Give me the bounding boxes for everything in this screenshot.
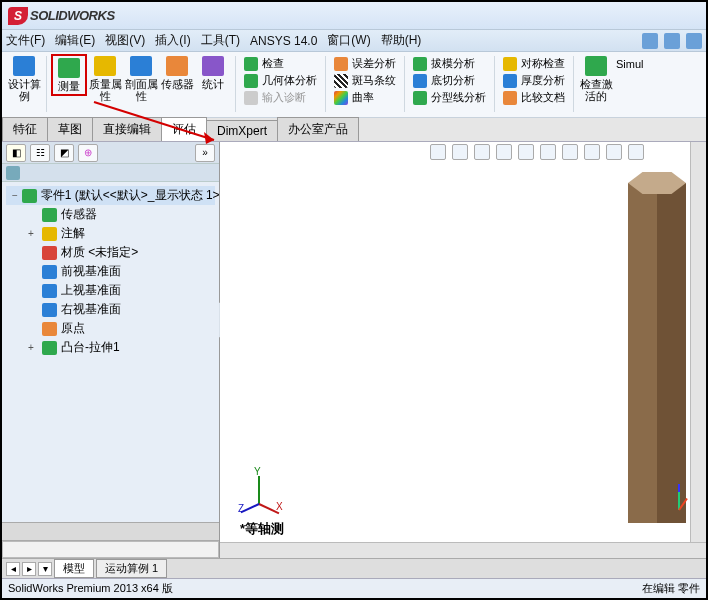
bottom-list-icon[interactable]: ▾ <box>38 562 52 576</box>
ptab-property-manager[interactable]: ☷ <box>30 144 50 162</box>
thickness-icon <box>503 74 517 88</box>
cmd-curvature[interactable]: 曲率 <box>334 90 396 105</box>
previous-view-icon[interactable] <box>474 144 490 160</box>
zoom-area-icon[interactable] <box>452 144 468 160</box>
deviation-icon <box>334 57 348 71</box>
ptab-configuration-manager[interactable]: ◩ <box>54 144 74 162</box>
ptab-dimxpert-manager[interactable]: ⊕ <box>78 144 98 162</box>
tree-item-top-plane[interactable]: 上视基准面 <box>6 281 215 300</box>
dimxpert-icon: ⊕ <box>84 147 92 158</box>
cmd-statistics[interactable]: 统计 <box>195 54 231 92</box>
display-style-icon[interactable] <box>540 144 556 160</box>
rtab-sketch[interactable]: 草图 <box>47 117 93 141</box>
view-settings-icon[interactable] <box>628 144 644 160</box>
plane-icon <box>42 303 57 317</box>
qat-icon[interactable] <box>664 33 680 49</box>
view-orientation-icon[interactable] <box>518 144 534 160</box>
zoom-to-fit-icon[interactable] <box>430 144 446 160</box>
title-bar: S SOLIDWORKS <box>2 2 706 30</box>
viewport-vscrollbar[interactable] <box>690 142 706 542</box>
bottom-tab-motion-study[interactable]: 运动算例 1 <box>96 559 167 578</box>
tree-item-boss-extrude1[interactable]: +凸台-拉伸1 <box>6 338 215 357</box>
model-hex-prism[interactable] <box>628 172 686 522</box>
plane-icon <box>42 284 57 298</box>
extrude-icon <box>42 341 57 355</box>
draft-icon <box>413 57 427 71</box>
cmd-deviation-analysis[interactable]: 误差分析 <box>334 56 396 71</box>
viewport-hscrollbar[interactable] <box>220 542 706 558</box>
tree-item-material[interactable]: 材质 <未指定> <box>6 243 215 262</box>
rtab-office-products[interactable]: 办公室产品 <box>277 117 359 141</box>
geometry-icon <box>244 74 258 88</box>
menu-help[interactable]: 帮助(H) <box>381 32 422 49</box>
cmd-sensor[interactable]: 传感器 <box>159 54 195 92</box>
menu-insert[interactable]: 插入(I) <box>155 32 190 49</box>
menu-bar[interactable]: 文件(F) 编辑(E) 视图(V) 插入(I) 工具(T) ANSYS 14.0… <box>2 30 706 52</box>
parting-icon <box>413 91 427 105</box>
section-prop-icon <box>130 56 152 76</box>
cmd-measure[interactable]: 测量 <box>51 54 87 96</box>
panel-tabs[interactable]: ◧ ☷ ◩ ⊕ » <box>2 142 219 164</box>
menu-edit[interactable]: 编辑(E) <box>55 32 95 49</box>
cmd-thickness-analysis[interactable]: 厚度分析 <box>503 73 565 88</box>
cmd-design-study[interactable]: 设计算 例 <box>6 54 42 104</box>
hide-show-items-icon[interactable] <box>562 144 578 160</box>
status-edit-mode: 在编辑 零件 <box>642 581 700 596</box>
status-version: SolidWorks Premium 2013 x64 版 <box>8 581 173 596</box>
section-view-icon[interactable] <box>496 144 512 160</box>
reference-triad[interactable]: YXZ <box>240 472 280 512</box>
edit-appearance-icon[interactable] <box>584 144 600 160</box>
cmd-draft-analysis[interactable]: 拔模分析 <box>413 56 486 71</box>
cmd-import-diagnostics[interactable]: 输入诊断 <box>244 90 317 105</box>
qat-icon[interactable] <box>686 33 702 49</box>
origin-icon <box>42 322 57 336</box>
feature-tree[interactable]: − 零件1 (默认<<默认>_显示状态 1> 传感器 +注解 材质 <未指定> … <box>2 182 219 522</box>
tree-item-annotations[interactable]: +注解 <box>6 224 215 243</box>
cmd-check-active[interactable]: 检查激 活的 <box>578 54 614 104</box>
zebra-icon <box>334 74 348 88</box>
menu-tools[interactable]: 工具(T) <box>201 32 240 49</box>
cmd-check[interactable]: 检查 <box>244 56 317 71</box>
import-diag-icon <box>244 91 258 105</box>
menu-view[interactable]: 视图(V) <box>105 32 145 49</box>
menu-file[interactable]: 文件(F) <box>6 32 45 49</box>
rtab-direct-edit[interactable]: 直接编辑 <box>92 117 162 141</box>
bottom-next-icon[interactable]: ▸ <box>22 562 36 576</box>
ptab-feature-manager[interactable]: ◧ <box>6 144 26 162</box>
cube-icon: ◧ <box>12 147 21 158</box>
tree-item-sensors[interactable]: 传感器 <box>6 205 215 224</box>
tree-item-front-plane[interactable]: 前视基准面 <box>6 262 215 281</box>
panel-scrollbar[interactable] <box>2 540 219 558</box>
bottom-prev-icon[interactable]: ◂ <box>6 562 20 576</box>
cmd-undercut-analysis[interactable]: 底切分析 <box>413 73 486 88</box>
tree-root[interactable]: − 零件1 (默认<<默认>_显示状态 1> <box>6 186 215 205</box>
cmd-compare-documents[interactable]: 比较文档 <box>503 90 565 105</box>
panel-splitter[interactable] <box>2 522 219 540</box>
heads-up-toolbar[interactable] <box>430 144 644 160</box>
status-bar: SolidWorks Premium 2013 x64 版 在编辑 零件 <box>2 578 706 598</box>
cmd-section-properties[interactable]: 剖面属 性 <box>123 54 159 104</box>
tree-item-origin[interactable]: 原点 <box>6 319 215 338</box>
apply-scene-icon[interactable] <box>606 144 622 160</box>
rtab-evaluate[interactable]: 评估 <box>161 117 207 141</box>
view-orientation-label: *等轴测 <box>240 520 284 538</box>
tree-item-right-plane[interactable]: 右视基准面 <box>6 300 215 319</box>
cmd-mass-properties[interactable]: 质量属 性 <box>87 54 123 104</box>
filter-row[interactable] <box>2 164 219 182</box>
bottom-tab-model[interactable]: 模型 <box>54 559 94 578</box>
feature-manager-panel: ◧ ☷ ◩ ⊕ » − 零件1 (默认<<默认>_显示状态 1> 传感器 +注解… <box>2 142 220 558</box>
plane-icon <box>42 265 57 279</box>
panel-options[interactable]: » <box>195 144 215 162</box>
qat-icon[interactable] <box>642 33 658 49</box>
cmd-parting-line-analysis[interactable]: 分型线分析 <box>413 90 486 105</box>
quick-access[interactable] <box>642 33 702 49</box>
rtab-dimxpert[interactable]: DimXpert <box>206 120 278 141</box>
rtab-features[interactable]: 特征 <box>2 117 48 141</box>
cmd-geometry-analysis[interactable]: 几何体分析 <box>244 73 317 88</box>
menu-window[interactable]: 窗口(W) <box>327 32 370 49</box>
cmd-simulation[interactable]: Simul <box>614 54 646 74</box>
menu-ansys[interactable]: ANSYS 14.0 <box>250 34 317 48</box>
cmd-symmetry-check[interactable]: 对称检查 <box>503 56 565 71</box>
cmd-zebra-stripes[interactable]: 斑马条纹 <box>334 73 396 88</box>
graphics-viewport[interactable]: YXZ *等轴测 <box>220 142 706 558</box>
